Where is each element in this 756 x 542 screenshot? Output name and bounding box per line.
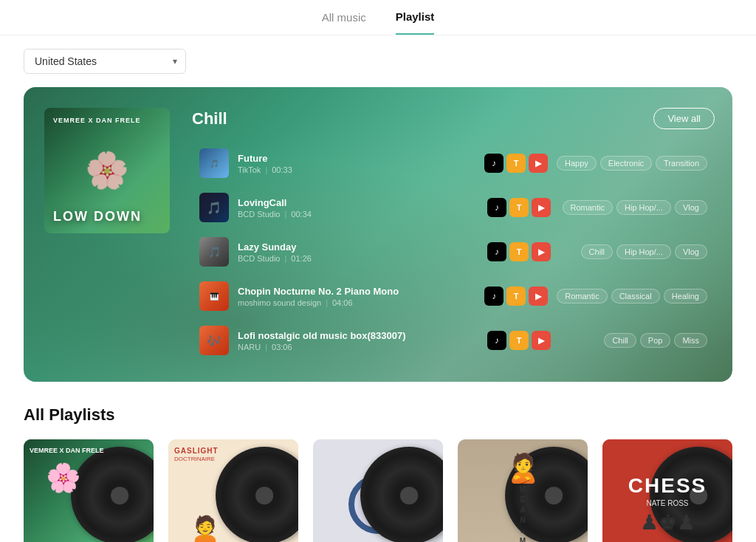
nav-all-music[interactable]: All music [322,11,366,34]
playlist-header: Chill View all [192,108,715,129]
distrokid-icon[interactable]: ▶ [529,287,548,306]
featured-playlist-content: Chill View all 🎵 Future TikTok | 00:33 [186,87,732,382]
distrokid-icon[interactable]: ▶ [532,331,551,350]
track-list: 🎵 Future TikTok | 00:33 ♪ T ▶ Happy [192,143,715,361]
gaslight-label: GASLIGHT [174,447,219,455]
track-meta: moshimo sound design | 04:06 [238,298,475,307]
playlist-card[interactable]: CHESS NATE ROSS ♟♚♟ [602,439,732,542]
track-thumbnail: 🎵 [199,193,229,222]
tag-hiphop: Hip Hop/... [616,200,671,215]
playlist-title: Chill [192,109,227,128]
featured-album-art: VEMREE X DAN FRELE 🌸 LOW DOWN [24,87,186,382]
view-all-button[interactable]: View all [653,108,715,129]
top-navigation: All music Playlist [0,0,756,35]
playlists-grid: LOW DOWN 🌸 VEMREE X DAN FRELE 🧘 GASLIGHT… [24,439,732,542]
region-select[interactable]: United StatesUnited KingdomJapanKoreaGer… [24,49,186,74]
playlist-card-art: 🌹 DEVIN KENNEDY FEEL THE SAME. [313,439,443,542]
playlist-card[interactable]: 🌹 DEVIN KENNEDY FEEL THE SAME. [313,439,443,542]
track-thumb-icon: 🎹 [210,292,219,301]
playlist-card-art: LOW DOWN 🌸 VEMREE X DAN FRELE [24,439,154,542]
track-name: Lazy Sunday [238,241,478,253]
track-row[interactable]: 🎵 LovingCall BCD Studio | 00:34 ♪ T ▶ [192,187,715,228]
track-name: LovingCall [238,197,478,208]
track-meta: BCD Studio | 00:34 [238,210,478,219]
featured-playlist-banner: VEMREE X DAN FRELE 🌸 LOW DOWN Chill View… [24,87,732,382]
playlist-card[interactable]: 🙎 MEANtoME [458,439,588,542]
track-tags: Chill Pop Miss [560,333,707,348]
tag-classical: Classical [611,289,660,303]
tiktok-icon[interactable]: ♪ [484,287,504,306]
nav-playlist[interactable]: Playlist [396,10,435,35]
track-thumbnail: 🎵 [199,148,229,178]
track-name: Future [238,153,475,164]
playlist-card[interactable]: LOW DOWN 🌸 VEMREE X DAN FRELE [24,439,154,542]
tag-pop: Pop [640,333,671,348]
tunecore-icon[interactable]: T [506,154,526,173]
tag-healing: Healing [664,289,707,303]
platform-icons: ♪ T ▶ [484,287,548,306]
tunecore-icon[interactable]: T [509,198,529,217]
chess-pieces-icon: ♟♚♟ [640,510,695,535]
track-meta: TikTok | 00:33 [238,165,475,174]
track-info: LovingCall BCD Studio | 00:34 [238,197,478,219]
chess-art-content: CHESS NATE ROSS ♟♚♟ [602,439,732,542]
tiktok-icon[interactable]: ♪ [484,154,504,173]
vinyl-record-icon [71,447,154,542]
flower-icon-small: 🌸 [46,462,80,494]
track-thumb-icon: 🎶 [207,334,221,348]
track-meta: BCD Studio | 01:26 [238,254,478,263]
track-thumb-icon: 🎵 [210,159,219,168]
tunecore-icon[interactable]: T [509,242,529,261]
track-info: Chopin Nocturne No. 2 Piano Mono moshimo… [238,286,475,307]
track-row[interactable]: 🎵 Lazy Sunday BCD Studio | 01:26 ♪ T ▶ [192,231,715,272]
track-tags: Chill Hip Hop/... Vlog [560,244,707,259]
all-playlists-title: All Playlists [24,405,732,425]
mean-art-content: 🙎 MEANtoME [506,452,540,542]
tiktok-icon[interactable]: ♪ [487,331,506,350]
platform-icons: ♪ T ▶ [487,198,551,217]
portrait-icon: 🙎 [506,452,540,484]
tag-electronic: Electronic [600,156,652,171]
chess-artist: NATE ROSS [646,499,688,507]
tag-chill2: Chill [604,333,636,348]
track-row[interactable]: 🎵 Future TikTok | 00:33 ♪ T ▶ Happy [192,143,715,184]
tag-romantic2: Romantic [557,289,607,303]
distrokid-icon[interactable]: ▶ [532,198,551,217]
figure-icon: 🧘 [176,514,235,542]
tag-hiphop2: Hip Hop/... [616,244,671,259]
track-row[interactable]: 🎹 Chopin Nocturne No. 2 Piano Mono moshi… [192,275,715,317]
track-thumbnail: 🎵 [199,237,229,267]
distrokid-icon[interactable]: ▶ [532,242,551,261]
album-flower-icon: 🌸 [85,150,129,191]
track-tags: Romantic Classical Healing [557,289,707,303]
region-selector-wrapper: United StatesUnited KingdomJapanKoreaGer… [24,49,186,74]
track-tags: Romantic Hip Hop/... Vlog [560,200,707,215]
tag-miss: Miss [674,333,707,348]
tunecore-icon[interactable]: T [506,287,526,306]
track-thumb-icon: 🎵 [207,201,221,215]
distrokid-icon[interactable]: ▶ [529,154,548,173]
tiktok-icon[interactable]: ♪ [487,242,506,261]
track-info: Future TikTok | 00:33 [238,153,475,174]
tag-romantic: Romantic [563,200,613,215]
track-name: Chopin Nocturne No. 2 Piano Mono [238,286,475,297]
track-name: Lofi nostalgic old music box(833007) [238,330,478,341]
track-thumbnail: 🎹 [199,281,229,311]
tunecore-icon[interactable]: T [509,331,529,350]
track-thumbnail: 🎶 [199,326,229,355]
album-title-text: LOW DOWN [53,209,142,224]
chess-title: CHESS [628,474,707,498]
track-row[interactable]: 🎶 Lofi nostalgic old music box(833007) N… [192,320,715,361]
region-bar: United StatesUnited KingdomJapanKoreaGer… [0,35,756,87]
tag-transition: Transition [656,156,707,171]
tag-chill: Chill [581,244,613,259]
gaslight-sublabel: DOCTRINAIRE [174,456,215,462]
album-cover: VEMREE X DAN FRELE 🌸 LOW DOWN [44,108,170,233]
tiktok-icon[interactable]: ♪ [487,198,506,217]
platform-icons: ♪ T ▶ [484,154,548,173]
playlist-card-art: 🧘 GASLIGHT DOCTRINAIRE [168,439,298,542]
playlist-card[interactable]: 🧘 GASLIGHT DOCTRINAIRE [168,439,298,542]
track-info: Lazy Sunday BCD Studio | 01:26 [238,241,478,263]
playlist-card-art: 🙎 MEANtoME [458,439,588,542]
artist-text-small: VEMREE X DAN FRELE [30,447,104,454]
